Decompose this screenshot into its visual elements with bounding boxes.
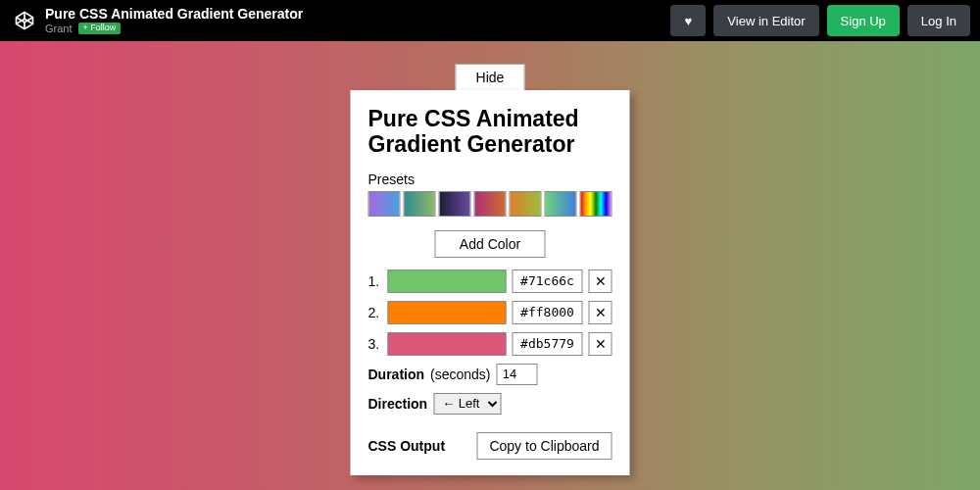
color-hex-input-2[interactable] (513, 301, 583, 324)
direction-row: Direction ← Left (368, 393, 612, 415)
add-color-button[interactable]: Add Color (435, 230, 545, 258)
control-panel: Pure CSS Animated Gradient Generator Pre… (351, 90, 630, 475)
preset-swatch-1[interactable] (368, 191, 401, 217)
heart-icon: ♥ (684, 14, 692, 28)
close-icon: ✕ (595, 305, 607, 320)
color-hex-input-1[interactable] (513, 270, 583, 293)
preset-swatch-2[interactable] (404, 191, 436, 217)
copy-to-clipboard-button[interactable]: Copy to Clipboard (476, 432, 612, 460)
delete-color-2[interactable]: ✕ (589, 301, 612, 324)
duration-row: Duration (seconds) (368, 364, 612, 385)
duration-unit: (seconds) (430, 367, 490, 382)
login-button[interactable]: Log In (907, 5, 970, 36)
duration-label: Duration (368, 367, 425, 382)
close-icon: ✕ (595, 273, 607, 289)
color-index: 3. (368, 336, 382, 352)
color-row-2: 2. ✕ (368, 301, 612, 324)
presets-row (368, 191, 612, 217)
project-title: Pure CSS Animated Gradient Generator (45, 7, 303, 22)
brand-block: Pure CSS Animated Gradient Generator Gra… (14, 7, 303, 33)
preset-swatch-6[interactable] (545, 191, 577, 217)
top-navbar: Pure CSS Animated Gradient Generator Gra… (0, 0, 980, 41)
color-row-1: 1. ✕ (368, 270, 612, 293)
color-row-3: 3. ✕ (368, 332, 612, 356)
preset-swatch-3[interactable] (439, 191, 471, 217)
color-hex-input-3[interactable] (513, 332, 583, 356)
direction-select[interactable]: ← Left (433, 393, 501, 415)
author-name[interactable]: Grant (45, 23, 73, 34)
direction-label: Direction (368, 396, 428, 412)
hide-panel-button[interactable]: Hide (456, 64, 525, 90)
panel-heading: Pure CSS Animated Gradient Generator (368, 106, 612, 158)
preset-swatch-7[interactable] (580, 191, 612, 217)
signup-button[interactable]: Sign Up (827, 5, 900, 36)
heart-button[interactable]: ♥ (670, 5, 706, 36)
presets-label: Presets (368, 172, 612, 187)
control-panel-wrapper: Hide Pure CSS Animated Gradient Generato… (351, 64, 630, 475)
close-icon: ✕ (595, 336, 607, 352)
color-index: 1. (368, 273, 382, 289)
preset-swatch-4[interactable] (474, 191, 507, 217)
delete-color-3[interactable]: ✕ (589, 332, 612, 356)
color-picker-1[interactable] (388, 270, 507, 293)
view-in-editor-button[interactable]: View in Editor (713, 5, 818, 36)
duration-input[interactable] (497, 364, 538, 385)
css-output-label: CSS Output (368, 438, 446, 454)
color-index: 2. (368, 305, 382, 320)
css-output-row: CSS Output Copy to Clipboard (368, 432, 612, 460)
codepen-logo-icon (14, 10, 35, 31)
color-picker-3[interactable] (388, 332, 507, 356)
color-picker-2[interactable] (388, 301, 507, 324)
follow-button[interactable]: + Follow (78, 23, 122, 34)
delete-color-1[interactable]: ✕ (589, 270, 612, 293)
preset-swatch-5[interactable] (510, 191, 542, 217)
